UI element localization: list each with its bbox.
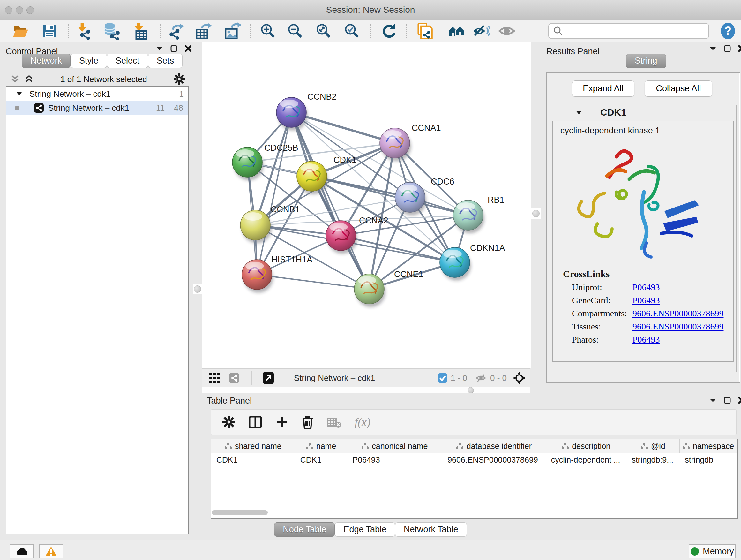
gear-icon[interactable]	[174, 73, 185, 85]
warnings-button[interactable]	[39, 544, 63, 558]
collapse-all-icon[interactable]	[10, 75, 20, 84]
node-CDKN1A[interactable]: CDKN1A	[440, 243, 505, 277]
open-session-button[interactable]	[11, 22, 29, 40]
first-neighbors-button[interactable]	[448, 22, 465, 40]
control-tab-style[interactable]: Style	[71, 54, 107, 68]
network-share-toggle-icon[interactable]	[229, 369, 239, 387]
control-tab-select[interactable]: Select	[107, 54, 148, 68]
results-tab-string[interactable]: String	[626, 54, 666, 68]
column-header-database-identifier[interactable]: database identifier	[442, 439, 546, 453]
table-row[interactable]: CDK1CDK1P064939606.ENSP00000378699cyclin…	[211, 453, 737, 466]
export-image-button[interactable]	[223, 22, 241, 40]
refresh-button[interactable]	[380, 22, 398, 40]
zoom-selected-button[interactable]	[343, 22, 361, 40]
protein-structure-image	[569, 138, 709, 265]
toolbar-separator	[159, 23, 160, 38]
panel-float-icon[interactable]	[171, 45, 178, 52]
import-network-file-button[interactable]	[75, 22, 92, 40]
panel-close-icon[interactable]	[738, 396, 741, 404]
panel-float-icon[interactable]	[724, 396, 731, 404]
panel-close-icon[interactable]	[738, 45, 741, 52]
collapse-all-button[interactable]: Collapse All	[645, 80, 712, 97]
crosslink-link[interactable]: 9606.ENSP00000378699	[632, 308, 724, 319]
horizontal-splitter[interactable]	[202, 387, 530, 393]
crosslinks-list: Uniprot: P06493 GeneCard: P06493 Compart…	[553, 282, 733, 345]
hide-selected-button[interactable]	[473, 22, 490, 40]
main-toolbar: ?	[0, 20, 741, 42]
network-collection-row[interactable]: String Network – cdk1 1	[6, 87, 188, 101]
function-builder-icon[interactable]: f(x)	[354, 415, 370, 429]
splitter-handle[interactable]	[468, 387, 474, 393]
clone-network-button[interactable]	[415, 22, 433, 40]
export-network-button[interactable]	[169, 22, 186, 40]
expand-all-icon[interactable]	[24, 75, 34, 84]
open-in-window-icon[interactable]	[263, 369, 274, 387]
zoom-fit-button[interactable]	[315, 22, 333, 40]
tree-expand-icon[interactable]	[16, 91, 22, 97]
node-table[interactable]: shared name name canonical name database…	[211, 439, 738, 519]
panel-menu-icon[interactable]	[709, 46, 717, 51]
protein-section-header[interactable]: CDK1	[550, 105, 736, 120]
column-header-namespace[interactable]: namespace	[680, 439, 737, 453]
crosslink-link[interactable]: P06493	[632, 334, 660, 345]
table-tab-network-table[interactable]: Network Table	[395, 522, 467, 537]
help-button[interactable]: ?	[719, 22, 737, 40]
network-canvas[interactable]: CCNB2 CCNA1 CDC25B CDK1 CDC6 RB1 CCNB1 C…	[202, 42, 531, 368]
show-columns-icon[interactable]	[249, 416, 262, 428]
cloud-button[interactable]	[10, 544, 34, 558]
splitter-handle[interactable]	[194, 286, 201, 293]
save-session-button[interactable]	[41, 22, 59, 40]
import-network-database-button[interactable]	[103, 22, 121, 40]
splitter-handle[interactable]	[532, 210, 540, 217]
search-input[interactable]	[566, 26, 709, 36]
panel-close-icon[interactable]	[185, 45, 192, 52]
edge-HIST1H1A-CCNE1[interactable]	[257, 274, 369, 289]
panel-menu-icon[interactable]	[156, 46, 163, 51]
column-header-shared-name[interactable]: shared name	[211, 439, 295, 453]
birds-eye-toggle[interactable]	[513, 369, 526, 387]
panel-menu-icon[interactable]	[709, 398, 717, 403]
hidden-indicator[interactable]: 0 - 0	[475, 369, 507, 387]
control-tab-sets[interactable]: Sets	[148, 54, 183, 68]
panel-float-icon[interactable]	[724, 45, 731, 52]
table-cell: CDK1	[211, 453, 295, 466]
node-RB1[interactable]: RB1	[453, 195, 504, 230]
network-graph[interactable]: CCNB2 CCNA1 CDC25B CDK1 CDC6 RB1 CCNB1 C…	[202, 42, 531, 368]
column-header-canonical-name[interactable]: canonical name	[347, 439, 442, 453]
expand-all-button[interactable]: Expand All	[572, 80, 634, 97]
table-tab-edge-table[interactable]: Edge Table	[335, 522, 395, 537]
crosslink-link[interactable]: P06493	[632, 282, 660, 293]
node-CCNA1[interactable]: CCNA1	[380, 123, 441, 158]
table-settings-gear-icon[interactable]	[222, 416, 235, 428]
search-field[interactable]	[548, 23, 709, 39]
title-bar: Session: New Session	[0, 0, 741, 20]
network-row-selected[interactable]: String Network – cdk1 11 48	[6, 101, 188, 115]
zoom-out-button[interactable]	[286, 22, 304, 40]
selected-checkbox[interactable]: 1 - 0	[438, 369, 467, 387]
section-collapse-icon[interactable]	[576, 110, 583, 115]
crosslink-link[interactable]: 9606.ENSP00000378699	[632, 321, 724, 332]
delete-column-icon[interactable]	[301, 415, 314, 429]
column-header-name[interactable]: name	[295, 439, 347, 453]
table-tab-node-table[interactable]: Node Table	[274, 522, 335, 537]
zoom-in-button[interactable]	[259, 22, 277, 40]
export-table-button[interactable]	[194, 22, 212, 40]
show-all-button[interactable]	[498, 22, 516, 40]
node-HIST1H1A[interactable]: HIST1H1A	[242, 255, 313, 290]
column-header-description[interactable]: description	[546, 439, 627, 453]
grid-view-icon[interactable]	[209, 369, 219, 387]
edge-CCNB2-CCNA1[interactable]	[291, 112, 395, 143]
import-table-button[interactable]	[131, 22, 149, 40]
edge-CCNA2-CDKN1A[interactable]	[341, 236, 455, 262]
right-splitter[interactable]	[531, 207, 541, 219]
column-header-@id[interactable]: @id	[626, 439, 680, 453]
save-floppy-icon	[42, 23, 58, 39]
add-column-icon[interactable]	[275, 416, 288, 428]
node-label-CCNE1: CCNE1	[394, 269, 423, 279]
left-splitter[interactable]	[193, 284, 202, 294]
memory-button[interactable]: Memory	[689, 544, 736, 558]
crosslink-link[interactable]: P06493	[632, 295, 660, 306]
control-tab-network[interactable]: Network	[22, 54, 71, 68]
delete-table-icon[interactable]	[327, 416, 341, 428]
table-horizontal-scrollbar[interactable]	[212, 510, 268, 515]
